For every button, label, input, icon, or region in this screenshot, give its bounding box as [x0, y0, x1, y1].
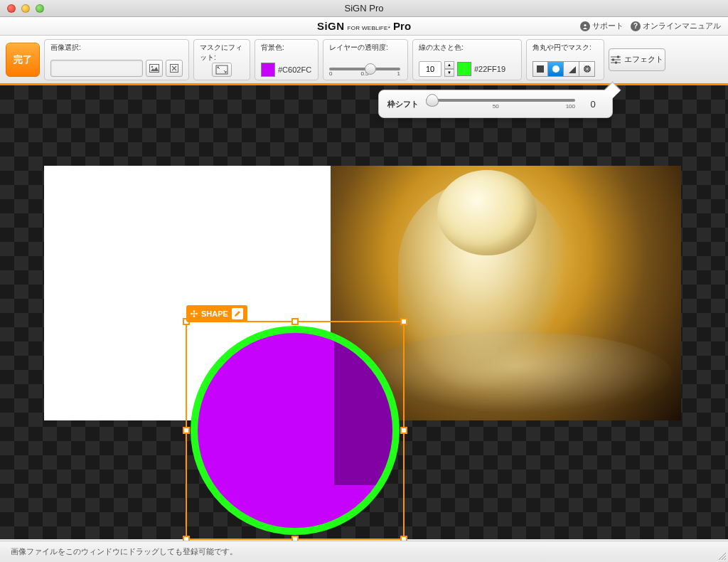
- svg-point-5: [584, 65, 591, 73]
- resize-handle-t[interactable]: [291, 318, 299, 325]
- shape-badge[interactable]: SHAPE: [186, 305, 247, 322]
- mask-circle-button[interactable]: [548, 61, 564, 77]
- titlebar: SiGN Pro: [0, 0, 728, 17]
- support-label: サポート: [592, 21, 623, 31]
- resize-handle-l[interactable]: [183, 427, 190, 434]
- image-select-label: 画像選択:: [50, 43, 183, 53]
- shift-tick-mid: 50: [493, 103, 499, 110]
- browse-image-button[interactable]: [146, 60, 163, 77]
- border-width-stepper: ▲ ▼: [444, 61, 454, 77]
- frame-shift-popup: 枠シフト 50 100 0: [378, 90, 613, 118]
- manual-link[interactable]: ? オンラインマニュアル: [631, 21, 721, 31]
- window-title: SiGN Pro: [345, 3, 384, 14]
- svg-point-0: [584, 23, 586, 26]
- bg-color-swatch[interactable]: [261, 63, 275, 77]
- shift-tick-max: 100: [566, 103, 575, 110]
- brand-logo: SiGN FOR WEBLiFE* Pro: [317, 20, 411, 32]
- mask-square-button[interactable]: [532, 61, 548, 77]
- opacity-slider[interactable]: [329, 68, 400, 70]
- fit-mask-group: マスクにフィット:: [193, 39, 250, 80]
- clear-image-button[interactable]: [166, 60, 183, 77]
- layer-opacity-group: レイヤーの透明度: 0 0.5 1: [323, 39, 408, 80]
- minimize-icon[interactable]: [21, 4, 30, 13]
- opacity-min: 0: [329, 70, 332, 77]
- stepper-up-button[interactable]: ▲: [444, 61, 454, 69]
- svg-point-2: [151, 65, 153, 67]
- effect-label: エフェクト: [624, 54, 663, 65]
- fit-mask-button[interactable]: [212, 63, 232, 77]
- status-hint: 画像ファイルをこのウィンドウにドラッグしても登録可能です。: [11, 546, 237, 557]
- opacity-slider-thumb[interactable]: [365, 63, 376, 75]
- frame-shift-thumb[interactable]: [426, 94, 439, 107]
- resize-handle-r[interactable]: [400, 427, 407, 434]
- bg-color-hex: #C602FC: [278, 65, 311, 74]
- support-link[interactable]: サポート: [580, 21, 623, 31]
- opacity-max: 1: [397, 70, 400, 77]
- svg-line-9: [584, 66, 589, 71]
- user-icon: [580, 21, 590, 31]
- frame-shift-slider[interactable]: [426, 99, 575, 102]
- bg-color-group: 背景色: #C602FC: [255, 39, 318, 80]
- window-controls: [0, 4, 44, 13]
- border-color-swatch[interactable]: [457, 62, 471, 76]
- image-select-group: 画像選択:: [44, 39, 189, 80]
- shape-badge-label: SHAPE: [201, 309, 228, 318]
- effect-button[interactable]: エフェクト: [609, 48, 665, 71]
- svg-rect-13: [612, 58, 614, 60]
- selection-bounds[interactable]: [186, 321, 405, 540]
- svg-line-18: [724, 558, 726, 560]
- status-bar: 画像ファイルをこのウィンドウにドラッグしても登録可能です。: [0, 541, 728, 562]
- close-icon[interactable]: [7, 4, 16, 13]
- image-path-input[interactable]: [50, 60, 143, 77]
- help-icon: ?: [631, 21, 641, 31]
- canvas[interactable]: SHAPE: [0, 85, 728, 539]
- resize-handle-tr[interactable]: [400, 318, 407, 325]
- edit-shape-button[interactable]: [232, 308, 243, 319]
- header-links: サポート ? オンラインマニュアル: [580, 21, 721, 31]
- toolbar: 完了 画像選択: マスクにフィット: 背景色: #C602FC レイヤーの透明度…: [0, 36, 728, 85]
- border-label: 線の太さと色:: [419, 43, 515, 53]
- fit-mask-label: マスクにフィット:: [200, 43, 244, 63]
- border-color-hex: #22FF19: [474, 65, 505, 73]
- border-group: 線の太さと色: ▲ ▼ #22FF19: [412, 39, 522, 80]
- frame-shift-label: 枠シフト: [387, 99, 419, 110]
- mask-shape-label: 角丸や円でマスク:: [532, 43, 598, 53]
- sliders-icon: [611, 55, 621, 64]
- brand-pro: Pro: [393, 20, 411, 32]
- svg-rect-15: [615, 61, 617, 63]
- mask-star-button[interactable]: [579, 61, 595, 77]
- stepper-down-button[interactable]: ▼: [444, 69, 454, 77]
- frame-shift-value: 0: [582, 99, 604, 110]
- resize-grip-icon[interactable]: [717, 551, 727, 561]
- mask-rounded-button[interactable]: [564, 61, 579, 77]
- bg-color-label: 背景色:: [261, 43, 312, 53]
- header-bar: SiGN FOR WEBLiFE* Pro サポート ? オンラインマニュアル: [0, 17, 728, 36]
- manual-label: オンラインマニュアル: [643, 21, 721, 31]
- move-icon: [191, 310, 198, 317]
- done-button[interactable]: 完了: [6, 43, 40, 77]
- brand-sub: FOR WEBLiFE*: [348, 25, 391, 31]
- brand-main: SiGN: [317, 20, 345, 32]
- svg-line-8: [584, 66, 589, 71]
- mask-shape-group: 角丸や円でマスク:: [526, 39, 604, 80]
- pencil-icon: [234, 310, 241, 317]
- svg-rect-11: [617, 55, 619, 58]
- zoom-icon[interactable]: [36, 4, 44, 13]
- layer-opacity-label: レイヤーの透明度:: [329, 43, 402, 53]
- border-width-input[interactable]: [419, 61, 441, 77]
